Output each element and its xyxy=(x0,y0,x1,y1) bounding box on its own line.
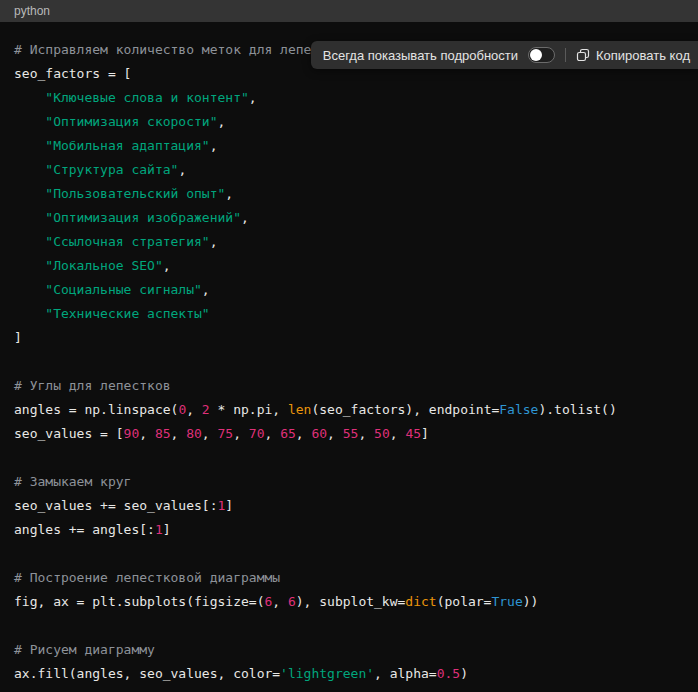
code-token-comment: # Построение лепестковой диаграммы xyxy=(14,570,280,585)
code-token-plain: ), subplot_kw= xyxy=(296,594,406,609)
code-token-plain: ).tolist() xyxy=(538,402,616,417)
code-token-builtin: dict xyxy=(405,594,436,609)
code-token-plain: , xyxy=(241,210,249,225)
code-token-plain: )) xyxy=(523,594,539,609)
code-token-plain: , xyxy=(272,594,288,609)
code-token-plain: ] xyxy=(163,522,171,537)
code-token-builtin: len xyxy=(288,402,311,417)
code-token-plain: ] xyxy=(14,330,22,345)
code-line: # Углы для лепестков xyxy=(14,374,684,398)
code-token-plain: , xyxy=(225,186,233,201)
code-token-plain xyxy=(14,306,45,321)
code-line xyxy=(14,542,684,566)
code-token-number: 0.5 xyxy=(437,666,460,681)
code-line: "Оптимизация скорости", xyxy=(14,110,684,134)
code-token-plain: ) xyxy=(460,666,468,681)
code-token-plain: angles = np.linspace( xyxy=(14,402,178,417)
code-token-string: 'lightgreen' xyxy=(280,666,374,681)
code-token-plain xyxy=(14,210,45,225)
code-line: "Локальное SEO", xyxy=(14,254,684,278)
code-token-string: "Мобильная адаптация" xyxy=(45,138,209,153)
code-line: angles += angles[:1] xyxy=(14,518,684,542)
code-line: angles = np.linspace(0, 2 * np.pi, len(s… xyxy=(14,398,684,422)
code-line: seo_values = [90, 85, 80, 75, 70, 65, 60… xyxy=(14,422,684,446)
code-token-number: 1 xyxy=(155,522,163,537)
floating-toolbar: Всегда показывать подробности Копировать… xyxy=(311,41,698,69)
copy-code-button[interactable]: Копировать код xyxy=(576,48,690,63)
code-line: "Оптимизация изображений", xyxy=(14,206,684,230)
code-token-plain: * np.pi, xyxy=(210,402,288,417)
code-token-plain: , xyxy=(210,234,218,249)
code-token-number: 70 xyxy=(249,426,265,441)
code-token-string: "Ссылочная стратегия" xyxy=(45,234,209,249)
code-line: "Ссылочная стратегия", xyxy=(14,230,684,254)
code-token-plain: , xyxy=(296,426,312,441)
code-token-plain: (polar= xyxy=(437,594,492,609)
copy-icon xyxy=(576,48,590,62)
code-token-plain: , xyxy=(218,114,226,129)
code-token-plain: seo_values = [ xyxy=(14,426,124,441)
code-block: python # Исправляем количество меток для… xyxy=(0,0,698,692)
code-token-plain: , xyxy=(233,426,249,441)
code-token-number: 65 xyxy=(280,426,296,441)
code-line: # Построение лепестковой диаграммы xyxy=(14,566,684,590)
code-token-plain: , xyxy=(186,402,202,417)
toggle-knob xyxy=(530,49,542,61)
code-token-string: "Технические аспекты" xyxy=(45,306,209,321)
code-token-comment: # Рисуем диаграмму xyxy=(14,642,155,657)
code-token-number: 50 xyxy=(374,426,390,441)
toolbar-divider xyxy=(565,48,566,62)
code-token-keyword: False xyxy=(499,402,538,417)
code-line xyxy=(14,614,684,638)
code-line xyxy=(14,446,684,470)
code-token-plain: angles += angles[: xyxy=(14,522,155,537)
code-token-number: 90 xyxy=(124,426,140,441)
code-token-plain xyxy=(14,234,45,249)
code-line: fig, ax = plt.subplots(figsize=(6, 6), s… xyxy=(14,590,684,614)
code-token-string: "Пользовательский опыт" xyxy=(45,186,225,201)
code-line: "Социальные сигналы", xyxy=(14,278,684,302)
code-token-plain: ] xyxy=(421,426,429,441)
code-header: python xyxy=(0,0,698,22)
code-line: "Пользовательский опыт", xyxy=(14,182,684,206)
code-token-string: "Оптимизация скорости" xyxy=(45,114,217,129)
code-token-comment: # Исправляем количество меток для лепест… xyxy=(14,42,351,57)
code-token-number: 85 xyxy=(155,426,171,441)
code-token-plain: seo_factors = [ xyxy=(14,66,131,81)
code-token-plain xyxy=(14,138,45,153)
code-token-plain: fig, ax = plt.subplots(figsize=( xyxy=(14,594,264,609)
code-token-string: "Локальное SEO" xyxy=(45,258,162,273)
code-token-number: 55 xyxy=(343,426,359,441)
code-token-string: "Структура сайта" xyxy=(45,162,178,177)
code-token-plain: , xyxy=(163,258,171,273)
code-token-string: "Оптимизация изображений" xyxy=(45,210,241,225)
code-token-plain xyxy=(14,114,45,129)
code-token-plain xyxy=(14,258,45,273)
code-line: seo_values += seo_values[:1] xyxy=(14,494,684,518)
code-token-plain: seo_values += seo_values[: xyxy=(14,498,218,513)
always-show-details-label: Всегда показывать подробности xyxy=(323,48,518,63)
code-line: # Замыкаем круг xyxy=(14,470,684,494)
code-line xyxy=(14,350,684,374)
code-token-plain: , xyxy=(202,282,210,297)
code-token-comment: # Замыкаем круг xyxy=(14,474,131,489)
code-token-number: 45 xyxy=(405,426,421,441)
code-token-number: 2 xyxy=(202,402,210,417)
code-token-plain: , xyxy=(210,138,218,153)
code-line: "Ключевые слова и контент", xyxy=(14,86,684,110)
code-token-comment: # Углы для лепестков xyxy=(14,378,171,393)
code-token-plain xyxy=(14,162,45,177)
code-token-plain: , xyxy=(390,426,406,441)
code-line: "Мобильная адаптация", xyxy=(14,134,684,158)
code-token-plain: , alpha= xyxy=(374,666,437,681)
code-token-string: "Социальные сигналы" xyxy=(45,282,202,297)
code-token-plain: ] xyxy=(225,498,233,513)
code-token-number: 75 xyxy=(218,426,234,441)
always-show-details-toggle[interactable] xyxy=(528,47,555,63)
code-token-number: 80 xyxy=(186,426,202,441)
code-token-plain: , xyxy=(139,426,155,441)
code-token-plain: , xyxy=(264,426,280,441)
code-token-plain xyxy=(14,186,45,201)
code-line: ] xyxy=(14,326,684,350)
code-token-plain xyxy=(14,90,45,105)
